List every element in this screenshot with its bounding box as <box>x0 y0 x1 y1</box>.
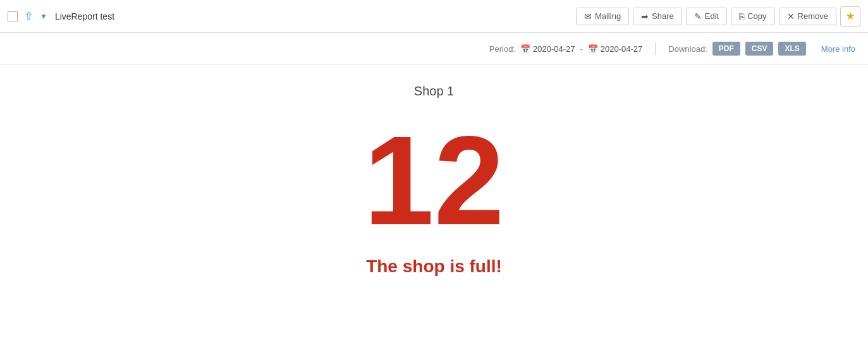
share-button[interactable]: ➦ Share <box>633 8 682 25</box>
shop-status: The shop is full! <box>366 256 502 277</box>
remove-label: Remove <box>798 11 828 21</box>
copy-icon: ⎘ <box>739 11 744 21</box>
period-to: 📅 2020-04-27 <box>588 44 643 54</box>
period-separator: - <box>580 44 582 54</box>
mail-icon: ✉ <box>584 11 592 21</box>
select-checkbox[interactable] <box>8 11 18 21</box>
csv-button[interactable]: CSV <box>745 42 774 56</box>
period-from: 📅 2020-04-27 <box>520 44 575 54</box>
period-label: Period: <box>489 44 515 54</box>
report-title: LiveReport test <box>55 11 114 21</box>
favorite-button[interactable]: ★ <box>840 6 860 27</box>
more-info-link[interactable]: More info <box>821 44 855 54</box>
calendar-from-icon: 📅 <box>520 44 530 54</box>
toolbar: ⇧ ▼ LiveReport test ✉ Mailing ➦ Share ✎ … <box>0 0 868 33</box>
toolbar-right: ✉ Mailing ➦ Share ✎ Edit ⎘ Copy ✕ Remove… <box>576 6 860 27</box>
copy-label: Copy <box>747 11 766 21</box>
pdf-button[interactable]: PDF <box>712 42 740 56</box>
mailing-label: Mailing <box>595 11 621 21</box>
remove-button[interactable]: ✕ Remove <box>779 8 836 25</box>
xls-button[interactable]: XLS <box>778 42 805 56</box>
download-section: Download: PDF CSV XLS <box>668 42 805 56</box>
big-number: 12 <box>364 117 504 244</box>
main-content: Shop 1 12 The shop is full! <box>0 65 868 302</box>
toolbar-left: ⇧ ▼ LiveReport test <box>8 9 576 23</box>
upload-icon[interactable]: ⇧ <box>24 9 34 23</box>
share-icon: ➦ <box>641 11 649 21</box>
shop-title: Shop 1 <box>414 84 454 99</box>
edit-icon: ✎ <box>694 11 702 21</box>
vertical-divider <box>655 42 656 55</box>
edit-label: Edit <box>705 11 719 21</box>
copy-button[interactable]: ⎘ Copy <box>731 8 774 25</box>
star-icon: ★ <box>846 10 855 22</box>
chevron-down-icon: ▼ <box>40 12 47 21</box>
period-section: Period: 📅 2020-04-27 - 📅 2020-04-27 <box>489 44 643 54</box>
remove-icon: ✕ <box>787 11 795 21</box>
edit-button[interactable]: ✎ Edit <box>686 8 727 25</box>
mailing-button[interactable]: ✉ Mailing <box>576 8 629 25</box>
info-bar: Period: 📅 2020-04-27 - 📅 2020-04-27 Down… <box>0 33 868 65</box>
share-label: Share <box>652 11 674 21</box>
download-label: Download: <box>668 44 707 54</box>
date-to: 2020-04-27 <box>601 44 643 54</box>
calendar-to-icon: 📅 <box>588 44 598 54</box>
date-from: 2020-04-27 <box>533 44 575 54</box>
